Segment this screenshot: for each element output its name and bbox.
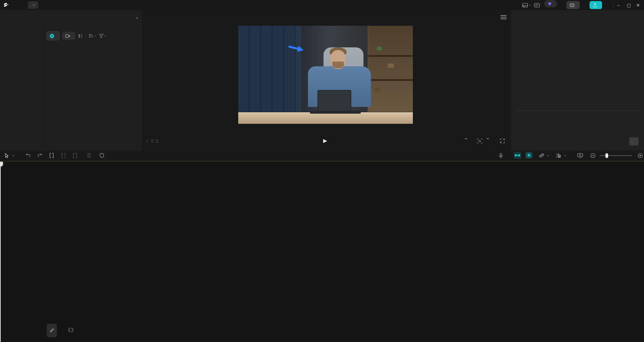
timeline-panel — [0, 151, 644, 342]
toolbar-divider — [86, 33, 86, 38]
chevron-down-icon — [104, 35, 107, 37]
maximize-button[interactable]: ▢ — [627, 0, 634, 10]
redo-button[interactable] — [37, 153, 42, 158]
delete-button[interactable] — [87, 153, 91, 158]
heart-icon — [548, 2, 552, 6]
zoom-in-button[interactable] — [638, 153, 643, 158]
frame-grid-icon — [156, 139, 158, 143]
modify-button[interactable] — [629, 137, 639, 145]
scene-desk — [238, 112, 413, 124]
tab-overflow-button[interactable]: › — [134, 15, 140, 21]
titlebar: – ▢ ✕ — [0, 0, 644, 10]
cursor-mode-button[interactable] — [556, 153, 561, 158]
timeline-toolbar — [0, 151, 644, 161]
media-tab-strip — [1, 11, 134, 26]
playhead-handle[interactable] — [0, 162, 3, 165]
capcut-window: – ▢ ✕ › + — [0, 0, 644, 342]
menu-button[interactable] — [28, 1, 38, 9]
share-icon — [570, 3, 575, 7]
select-tool-chevron[interactable] — [12, 154, 15, 157]
scene-laptop — [317, 90, 351, 112]
filter-button[interactable] — [99, 34, 107, 38]
capcut-logo-icon — [3, 2, 9, 8]
select-tool-button[interactable] — [4, 153, 9, 158]
auto-cut-toggle[interactable] — [525, 152, 533, 159]
delete-left-button[interactable] — [61, 153, 66, 158]
minimize-button[interactable]: – — [617, 0, 625, 10]
cover-button[interactable] — [47, 324, 57, 337]
chevron-down-icon — [94, 35, 96, 37]
import-button[interactable]: + — [46, 31, 60, 40]
panel-icon — [534, 3, 540, 8]
pro-button[interactable] — [544, 0, 557, 7]
fullscreen-icon — [500, 138, 505, 143]
undo-button[interactable] — [26, 153, 31, 158]
export-icon — [593, 3, 597, 7]
cover-film-icon — [68, 328, 73, 332]
media-panel: › + — [0, 10, 142, 151]
voiceover-button[interactable] — [498, 153, 503, 158]
preview-zoom-timeline-button[interactable] — [577, 153, 583, 158]
fullscreen-button[interactable] — [500, 138, 505, 143]
video-preview[interactable] — [238, 26, 413, 124]
player-panel: / ▶ — [142, 10, 511, 151]
cursor-mode-chevron[interactable] — [564, 154, 567, 157]
scene-person-beard — [332, 62, 344, 68]
layout-toggle-button[interactable] — [522, 0, 531, 10]
timeline-zoom-slider[interactable] — [600, 155, 632, 156]
chevron-down-icon — [529, 4, 531, 6]
preview-zoom-button[interactable] — [477, 138, 483, 144]
aspect-ratio-badge[interactable] — [486, 138, 489, 139]
playhead-line[interactable] — [0, 162, 1, 342]
filter-icon — [99, 34, 104, 38]
share-button[interactable] — [567, 1, 580, 9]
timeline-top-border — [0, 161, 644, 161]
timeline-ruler[interactable] — [0, 162, 644, 168]
player-controls: / ▶ — [142, 136, 511, 147]
sidebar-divider — [43, 27, 43, 149]
sort-button[interactable] — [89, 34, 96, 38]
sort-icon — [89, 34, 93, 38]
link-clips-chevron[interactable] — [547, 154, 550, 157]
details-panel — [511, 10, 644, 151]
media-toolbar: + — [46, 31, 140, 40]
timeline-zoom-handle[interactable] — [605, 153, 608, 158]
auto-snap-toggle[interactable] — [514, 152, 521, 159]
delete-right-button[interactable] — [72, 153, 77, 158]
pencil-icon — [50, 328, 54, 332]
split-button[interactable] — [49, 153, 54, 158]
record-button[interactable] — [62, 32, 75, 40]
player-menu-button[interactable] — [501, 14, 507, 20]
layout-icon — [522, 3, 528, 8]
close-button[interactable]: ✕ — [636, 0, 644, 10]
link-clips-button[interactable] — [539, 153, 545, 158]
magnifier-icon — [477, 138, 483, 144]
mask-button[interactable] — [99, 153, 104, 158]
titlebar-divider — [613, 3, 614, 7]
export-button[interactable] — [590, 1, 602, 9]
preview-quality-badge[interactable] — [465, 138, 467, 139]
play-button[interactable]: ▶ — [323, 138, 327, 144]
panel-layout-button[interactable] — [534, 0, 540, 10]
record-icon — [65, 34, 70, 38]
grid-view-toggle[interactable] — [78, 34, 83, 38]
details-divider — [516, 111, 640, 111]
plus-icon: + — [50, 34, 54, 38]
app-logo — [3, 0, 11, 10]
chevron-down-icon — [32, 4, 35, 6]
zoom-out-button[interactable] — [590, 153, 596, 158]
frame-grid-icon — [151, 139, 154, 143]
scene-wall-right — [368, 26, 413, 112]
